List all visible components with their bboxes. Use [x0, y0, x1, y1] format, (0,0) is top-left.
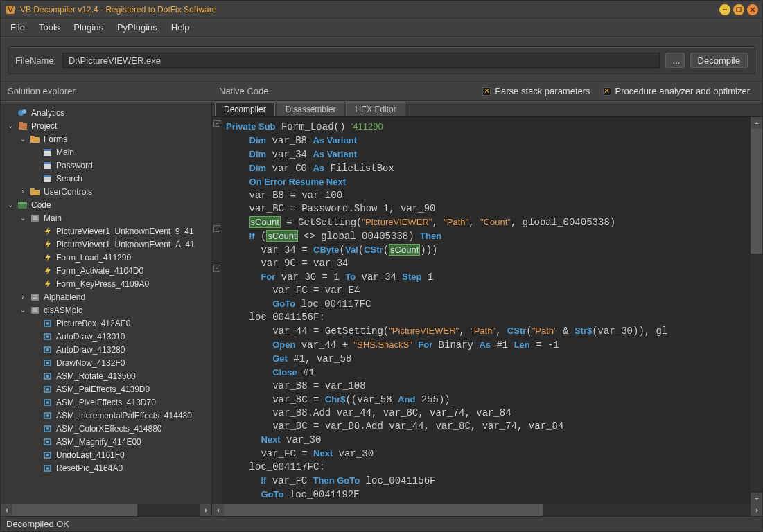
tree-twister-icon[interactable]: ›: [19, 188, 27, 195]
tree-item[interactable]: AutoDraw_413010: [3, 330, 209, 343]
code-view[interactable]: Private Sub Form_Load() '411290 Dim var_…: [222, 117, 751, 504]
scroll-right-arrow[interactable]: [751, 504, 762, 516]
svg-rect-19: [30, 188, 35, 190]
tree-item[interactable]: UndoLast_4161F0: [3, 448, 209, 461]
func-icon: [42, 424, 53, 434]
func-icon: [42, 384, 53, 394]
svg-rect-33: [31, 307, 39, 314]
parse-stack-checkbox[interactable]: ✕ Parse stack parameters: [482, 86, 590, 96]
tree-twister-icon[interactable]: ⌄: [6, 201, 15, 209]
tree-item[interactable]: ⌄Code: [3, 198, 209, 211]
svg-point-47: [46, 388, 49, 391]
tree-item[interactable]: ASM_IncrementalPalEffects_414430: [3, 409, 209, 422]
svg-point-45: [46, 375, 49, 378]
browse-button[interactable]: ...: [665, 53, 685, 68]
svg-point-39: [46, 335, 49, 338]
form-icon: [42, 161, 53, 170]
func-icon: [42, 358, 53, 368]
tree-twister-icon[interactable]: ⌄: [6, 122, 15, 130]
solution-explorer: Analytics⌄Project⌄FormsMainPasswordSearc…: [1, 102, 212, 516]
tree-item[interactable]: ›Alphablend: [3, 290, 209, 303]
tree-item[interactable]: Search: [3, 172, 209, 185]
maximize-button[interactable]: [733, 4, 744, 15]
bolt-icon: [42, 279, 53, 289]
menu-file[interactable]: File: [3, 19, 32, 35]
svg-rect-3: [737, 8, 741, 12]
svg-marker-61: [205, 508, 207, 513]
tree-item[interactable]: ASM_ColorXEffects_414880: [3, 422, 209, 435]
scroll-left-arrow[interactable]: [1, 504, 12, 516]
tree-item-label: ASM_Rotate_413500: [56, 371, 136, 381]
scroll-right-arrow[interactable]: [200, 504, 211, 516]
svg-rect-9: [19, 122, 23, 124]
tree-item[interactable]: ASM_Magnify_414E00: [3, 435, 209, 448]
tree-item[interactable]: ASM_Rotate_413500: [3, 369, 209, 382]
scroll-thumb[interactable]: [751, 129, 762, 254]
svg-marker-26: [45, 240, 51, 249]
tree-item[interactable]: AutoDraw_413280: [3, 343, 209, 356]
status-text: Decompiled OK: [6, 519, 69, 529]
procedure-analyzer-checkbox[interactable]: ✕ Procedure analyzer and optimizer: [603, 86, 750, 96]
menu-tools[interactable]: Tools: [32, 19, 67, 35]
scroll-down-arrow[interactable]: [751, 493, 762, 504]
menu-pyplugins[interactable]: PyPlugins: [110, 19, 164, 35]
tree-hscrollbar[interactable]: [1, 504, 211, 516]
tree-item[interactable]: PictureViever1_UnknownEvent_9_41: [3, 224, 209, 238]
fold-icon[interactable]: -: [213, 265, 220, 272]
tree-item[interactable]: PictureViever1_UnknownEvent_A_41: [3, 238, 209, 251]
tree-item[interactable]: PictureBox_412AE0: [3, 317, 209, 330]
menu-plugins[interactable]: Plugins: [67, 19, 110, 35]
tree-item[interactable]: ⌄Project: [3, 119, 209, 132]
tree-item[interactable]: DrawNow_4132F0: [3, 356, 209, 369]
tree-item[interactable]: Form_Load_411290: [3, 251, 209, 264]
tree-item[interactable]: Password: [3, 159, 209, 172]
code-vscrollbar[interactable]: [751, 117, 762, 504]
fold-icon[interactable]: -: [213, 120, 220, 127]
scroll-up-arrow[interactable]: [751, 117, 762, 129]
bolt-icon: [42, 253, 53, 263]
bolt-icon: [42, 227, 53, 236]
tree-item[interactable]: Form_KeyPress_4109A0: [3, 277, 209, 290]
func-icon: [42, 398, 53, 407]
tab-disassembler[interactable]: Disassembler: [277, 102, 345, 116]
svg-point-59: [46, 467, 49, 470]
tree-item-label: Main: [44, 213, 62, 223]
tree-twister-icon[interactable]: ›: [19, 293, 27, 301]
close-button[interactable]: [747, 4, 758, 15]
tree-item[interactable]: ›UserControls: [3, 185, 209, 198]
code-hscrollbar[interactable]: [212, 504, 762, 516]
window-title: VB Decompiler v12.4 - Registered to DotF…: [20, 5, 717, 15]
svg-rect-8: [19, 123, 27, 130]
tree-item-label: PictureViever1_UnknownEvent_9_41: [56, 227, 194, 236]
tree-item[interactable]: Form_Activate_4104D0: [3, 264, 209, 277]
fold-icon[interactable]: -: [213, 225, 220, 232]
scroll-thumb[interactable]: [12, 504, 137, 516]
tree-item[interactable]: Main: [3, 145, 209, 159]
svg-rect-21: [18, 202, 27, 204]
tree-item[interactable]: ASM_PixelEffects_413D70: [3, 396, 209, 409]
tree-twister-icon[interactable]: ⌄: [19, 214, 27, 222]
tree-twister-icon[interactable]: ⌄: [19, 306, 27, 314]
scroll-thumb[interactable]: [224, 504, 543, 516]
scroll-left-arrow[interactable]: [212, 504, 224, 516]
tree-item[interactable]: ⌄clsASMpic: [3, 303, 209, 317]
tree-twister-icon[interactable]: ⌄: [19, 135, 27, 143]
filename-input[interactable]: [62, 53, 660, 68]
procedure-analyzer-label: Procedure analyzer and optimizer: [615, 86, 750, 96]
decompile-button[interactable]: Decompile: [690, 53, 748, 68]
func-icon: [42, 463, 53, 473]
tree-item[interactable]: ⌄Forms: [3, 132, 209, 145]
tree-item[interactable]: ResetPic_4164A0: [3, 461, 209, 475]
module-icon: [30, 305, 41, 315]
tree-item[interactable]: ASM_PalEffects_4139D0: [3, 382, 209, 396]
menu-help[interactable]: Help: [164, 19, 197, 35]
tab-hex-editor[interactable]: HEX Editor: [346, 102, 405, 116]
tab-decompiler[interactable]: Decompiler: [215, 102, 275, 116]
func-icon: [42, 450, 53, 460]
func-icon: [42, 411, 53, 420]
tree-item[interactable]: Analytics: [3, 106, 209, 119]
form-icon: [42, 148, 53, 157]
tree-item[interactable]: ⌄Main: [3, 211, 209, 224]
minimize-button[interactable]: [719, 4, 730, 15]
tree[interactable]: Analytics⌄Project⌄FormsMainPasswordSearc…: [1, 102, 211, 504]
